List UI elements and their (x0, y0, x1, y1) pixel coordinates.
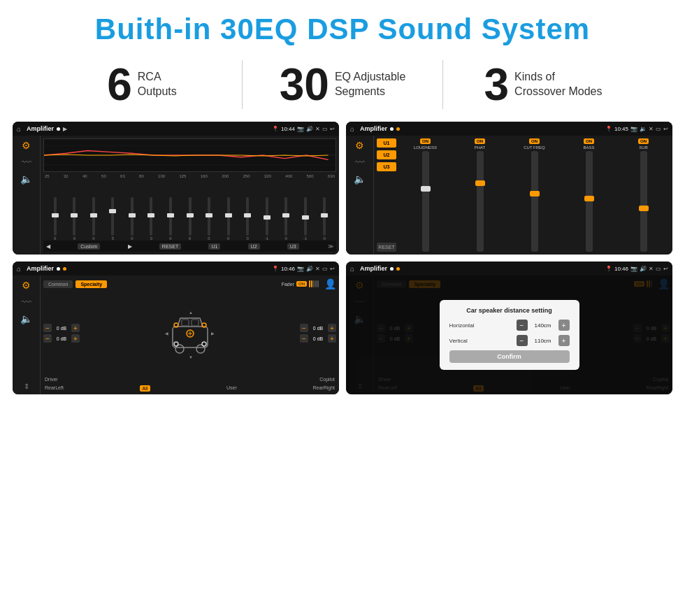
eq-slider-5[interactable]: 0 (143, 197, 161, 241)
status-bar-2: ⌂ Amplifier 📍 10:45 📷 🔉 ✕ ▭ ↩ (346, 122, 672, 136)
eq-icon-3[interactable]: ⚙ (22, 280, 31, 291)
reset-btn[interactable]: RESET (159, 243, 181, 250)
minus-btn-l2[interactable]: − (43, 334, 52, 343)
back-icon-1[interactable]: ↩ (330, 126, 335, 132)
arrow-icon-3[interactable]: ⇕ (24, 382, 29, 390)
loudness-on[interactable]: ON (420, 138, 431, 144)
avatar-icon-3[interactable]: 👤 (324, 278, 336, 289)
wave-icon-1[interactable]: 〰 (22, 157, 31, 168)
fader-on-badge[interactable]: ON (296, 281, 307, 287)
u1-btn[interactable]: U1 (208, 243, 220, 250)
speaker-icon-3[interactable]: 🔈 (20, 313, 32, 324)
eq-slider-3[interactable]: 5 (104, 197, 122, 241)
eq-icon-2[interactable]: ⚙ (355, 140, 364, 151)
label-copilot[interactable]: Copilot (319, 377, 335, 382)
eq-slider-6[interactable]: 0 (161, 197, 180, 241)
eq-slider-9[interactable]: 0 (219, 197, 238, 241)
home-icon-2[interactable]: ⌂ (350, 125, 354, 133)
minus-btn-l1[interactable]: − (43, 324, 52, 332)
bass-on[interactable]: ON (584, 138, 594, 144)
home-icon-4[interactable]: ⌂ (350, 265, 354, 273)
label-all[interactable]: All (140, 385, 151, 392)
eq-slider-14[interactable]: 0 (315, 197, 333, 241)
home-icon-1[interactable]: ⌂ (17, 125, 21, 133)
wave-icon-2[interactable]: 〰 (355, 157, 365, 168)
plus-btn-l2[interactable]: + (71, 334, 80, 343)
eq-slider-10[interactable]: 0 (238, 197, 257, 241)
confirm-button[interactable]: Confirm (449, 350, 570, 363)
horizontal-minus-btn[interactable]: − (517, 320, 528, 331)
eq-slider-4[interactable]: 0 (123, 197, 141, 241)
volume-icon-4[interactable]: 🔊 (640, 266, 647, 272)
common-tab[interactable]: Common (43, 280, 73, 288)
volume-icon-1[interactable]: 🔊 (306, 126, 313, 132)
phat-on[interactable]: ON (475, 138, 485, 144)
wave-icon-3[interactable]: 〰 (22, 296, 31, 308)
home-icon-3[interactable]: ⌂ (17, 265, 21, 273)
specialty-tab[interactable]: Specialty (75, 280, 107, 288)
rect-icon-1[interactable]: ▭ (322, 126, 328, 132)
prev-arrow[interactable]: ◀ (46, 243, 50, 250)
custom-btn[interactable]: Custom (78, 243, 100, 250)
expand-icon[interactable]: ≫ (328, 243, 333, 250)
eq-slider-8[interactable]: 0 (200, 197, 218, 241)
vertical-minus-btn[interactable]: − (517, 335, 528, 346)
u2-preset-btn[interactable]: U2 (377, 150, 396, 159)
db-row-right-1: − 0 dB + (300, 324, 336, 332)
cutfreq-slider[interactable] (531, 151, 538, 252)
eq-slider-2[interactable]: 0 (85, 197, 103, 241)
back-icon-2[interactable]: ↩ (663, 126, 668, 132)
label-rearleft[interactable]: RearLeft (45, 385, 64, 392)
eq-slider-1[interactable]: 0 (66, 197, 84, 241)
label-driver[interactable]: Driver (45, 377, 58, 382)
back-icon-3[interactable]: ↩ (330, 266, 335, 272)
horizontal-plus-btn[interactable]: + (558, 320, 570, 331)
u1-preset-btn[interactable]: U1 (377, 138, 396, 148)
stat-rca: 6 RCA Outputs (42, 62, 242, 107)
plus-btn-r1[interactable]: + (328, 324, 336, 332)
eq-slider-11[interactable]: -1 (258, 197, 276, 241)
screen-dialog: ⌂ Amplifier 📍 10:46 📷 🔊 ✕ ▭ ↩ ⚙ 〰 🔈 ⇕ (346, 262, 672, 394)
speaker-icon-1[interactable]: 🔈 (20, 173, 32, 185)
speaker-icon-2[interactable]: 🔈 (354, 173, 366, 185)
u3-preset-btn[interactable]: U3 (377, 162, 396, 171)
u3-btn[interactable]: U3 (287, 243, 299, 250)
play-icon-1[interactable]: ▶ (63, 126, 67, 132)
svg-rect-4 (182, 320, 189, 326)
label-rearright[interactable]: RearRight (312, 385, 335, 392)
back-icon-4[interactable]: ↩ (663, 266, 668, 272)
vertical-plus-btn[interactable]: + (558, 335, 570, 346)
x-icon-4[interactable]: ✕ (649, 266, 654, 272)
next-arrow[interactable]: ▶ (128, 243, 132, 250)
eq-slider-0[interactable]: 0 (46, 197, 64, 241)
minus-btn-r2[interactable]: − (300, 334, 308, 343)
volume-icon-2[interactable]: 🔉 (640, 126, 647, 132)
eq-icon-1[interactable]: ⚙ (22, 140, 31, 151)
camera-icon-3: 📷 (297, 266, 304, 272)
x-icon-1[interactable]: ✕ (315, 126, 320, 132)
phat-slider[interactable] (477, 151, 484, 252)
loudness-slider[interactable] (422, 151, 429, 252)
rect-icon-4[interactable]: ▭ (656, 266, 661, 272)
status-bar-3: ⌂ Amplifier 📍 10:46 📷 🔊 ✕ ▭ ↩ (13, 262, 339, 275)
x-icon-2[interactable]: ✕ (649, 126, 654, 132)
x-icon-3[interactable]: ✕ (315, 266, 320, 272)
bass-slider[interactable] (586, 151, 593, 252)
plus-btn-l1[interactable]: + (71, 324, 80, 332)
volume-icon-3[interactable]: 🔊 (306, 266, 313, 272)
sub-on[interactable]: ON (638, 138, 649, 144)
amp-reset-btn[interactable]: RESET (377, 243, 396, 252)
eq-slider-13[interactable]: -1 (296, 197, 315, 241)
rect-icon-2[interactable]: ▭ (656, 126, 661, 132)
plus-btn-r2[interactable]: + (328, 334, 336, 343)
sub-slider[interactable] (640, 151, 647, 252)
eq-slider-7[interactable]: 0 (181, 197, 199, 241)
label-user[interactable]: User (226, 385, 237, 392)
eq-slider-12[interactable]: 0 (277, 197, 295, 241)
cutfreq-on[interactable]: ON (529, 138, 540, 144)
status-icons-4: 📍 10:46 📷 🔊 ✕ ▭ ↩ (605, 266, 668, 272)
screen-eq: ⌂ Amplifier ▶ 📍 10:44 📷 🔊 ✕ ▭ ↩ ⚙ 〰 🔈 (13, 122, 339, 255)
minus-btn-r1[interactable]: − (300, 324, 308, 332)
u2-btn[interactable]: U2 (248, 243, 260, 250)
rect-icon-3[interactable]: ▭ (322, 266, 328, 272)
